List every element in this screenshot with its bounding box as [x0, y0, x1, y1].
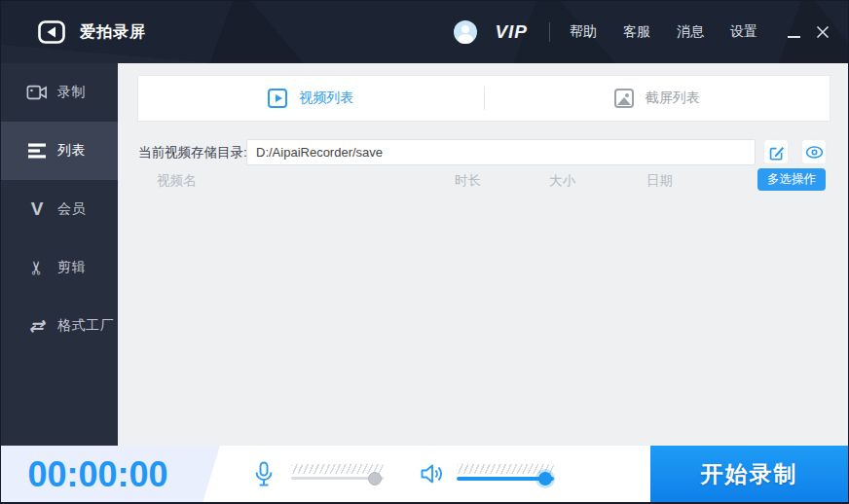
- timer-panel: 00:00:00: [1, 446, 220, 503]
- column-date: 日期: [646, 172, 673, 190]
- menu-help[interactable]: 帮助: [570, 23, 597, 41]
- speaker-level-meter: [457, 464, 554, 474]
- column-video-name: 视频名: [157, 172, 197, 190]
- storage-path-input[interactable]: [246, 139, 756, 165]
- sidebar-item-format-factory[interactable]: ⇄ 格式工厂: [1, 297, 118, 355]
- storage-path-row: 当前视频存储目录:: [118, 139, 848, 165]
- app-title: 爱拍录屏: [80, 22, 146, 43]
- minimize-button[interactable]: [784, 21, 803, 43]
- footer-bar: 00:00:00 开始录制: [1, 446, 848, 503]
- sidebar: 录制 列表 V 会员 ✂ 剪辑 ⇄ 格式工厂: [1, 63, 118, 446]
- vip-v-icon: V: [26, 198, 48, 220]
- sidebar-item-label: 剪辑: [57, 259, 86, 276]
- start-recording-button[interactable]: 开始录制: [650, 446, 848, 503]
- column-size: 大小: [549, 172, 575, 190]
- mic-volume-slider[interactable]: [291, 446, 384, 503]
- tab-bar: 视频列表 截屏列表: [137, 75, 831, 122]
- close-icon: [815, 24, 831, 40]
- tab-label: 视频列表: [299, 90, 353, 107]
- sidebar-item-label: 会员: [57, 200, 86, 218]
- close-button[interactable]: [813, 21, 832, 43]
- list-header-row: 视频名 时长 大小 日期 多选操作: [118, 168, 848, 192]
- edit-path-button[interactable]: [763, 139, 789, 164]
- sidebar-item-label: 录制: [57, 84, 86, 101]
- menu-messages[interactable]: 消息: [677, 23, 704, 41]
- recording-timer: 00:00:00: [27, 454, 167, 495]
- app-window: 爱拍录屏 VIP 帮助 客服 消息 设置: [0, 0, 849, 504]
- sidebar-item-label: 格式工厂: [57, 317, 114, 335]
- view-folder-button[interactable]: [801, 139, 827, 164]
- sidebar-item-list[interactable]: 列表: [1, 122, 118, 180]
- sidebar-item-record[interactable]: 录制: [1, 63, 118, 122]
- convert-icon: ⇄: [26, 315, 48, 337]
- play-icon: [268, 89, 287, 108]
- microphone-icon[interactable]: [252, 461, 276, 491]
- tab-screenshot-list[interactable]: 截屏列表: [485, 76, 831, 121]
- edit-icon: [768, 144, 785, 161]
- column-duration: 时长: [455, 172, 481, 190]
- tab-label: 截屏列表: [646, 90, 700, 107]
- title-bar: 爱拍录屏 VIP 帮助 客服 消息 设置: [1, 1, 848, 63]
- list-icon: [26, 140, 48, 162]
- vip-badge[interactable]: VIP: [495, 21, 528, 43]
- image-icon: [614, 89, 634, 108]
- main-content: 视频列表 截屏列表 当前视频存储目录:: [118, 63, 848, 446]
- app-logo-icon: [38, 20, 65, 44]
- topbar-menu: 帮助 客服 消息 设置: [570, 23, 784, 41]
- menu-support[interactable]: 客服: [623, 23, 650, 41]
- scissors-icon: ✂: [26, 257, 48, 278]
- camera-icon: [26, 82, 48, 103]
- user-avatar[interactable]: [454, 20, 477, 44]
- sidebar-item-label: 列表: [57, 142, 86, 160]
- speaker-volume-slider[interactable]: [457, 446, 554, 503]
- mic-slider-handle[interactable]: [368, 472, 382, 486]
- menu-settings[interactable]: 设置: [730, 23, 757, 41]
- multi-select-button[interactable]: 多选操作: [757, 168, 826, 191]
- minimize-icon: [788, 36, 800, 38]
- topbar-divider: [549, 22, 550, 42]
- speaker-icon[interactable]: [420, 461, 445, 490]
- sidebar-item-member[interactable]: V 会员: [1, 180, 118, 238]
- storage-path-label: 当前视频存储目录:: [138, 144, 247, 162]
- speaker-slider-handle[interactable]: [538, 472, 552, 486]
- tab-video-list[interactable]: 视频列表: [138, 76, 484, 121]
- sidebar-item-edit[interactable]: ✂ 剪辑: [1, 238, 118, 297]
- eye-icon: [805, 145, 824, 160]
